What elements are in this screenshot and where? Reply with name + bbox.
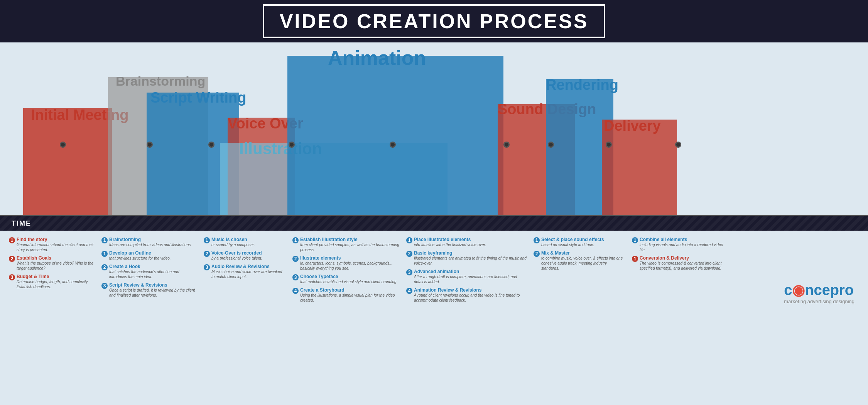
info-item: 1 Establish illustration style from clie… [292, 237, 400, 252]
info-text: Voice-Over is recorded by a professional… [211, 250, 262, 261]
info-num-i1: 1 [292, 237, 299, 243]
info-text: Illustrate elements ie. characters, icon… [300, 255, 400, 271]
info-col-brainstorm: 1 Brainstorming Ideas are compiled from … [98, 235, 201, 308]
timeline-hatch [0, 216, 868, 231]
dot-6 [503, 142, 510, 148]
info-item: 1 Music is chosen or scored by a compose… [204, 237, 286, 247]
info-num-a3: 3 [406, 269, 412, 275]
info-title: Combine all elements [640, 237, 730, 242]
info-desc: or scored by a composer. [211, 242, 255, 247]
label-animation: Animation [328, 46, 426, 69]
info-text: Choose Typeface that matches established… [300, 274, 397, 284]
page-title: VIDEO CREATION PROCESS [280, 10, 589, 32]
info-text: Brainstorming Ideas are compiled from vi… [109, 237, 192, 247]
info-title: Establish illustration style [300, 237, 400, 242]
header: VIDEO CREATION PROCESS [0, 0, 868, 42]
dot-2 [147, 142, 153, 148]
info-text: Place illustrated elements into timeline… [414, 237, 486, 247]
info-item: 3 Advanced animation After a rough draft… [406, 269, 527, 284]
dot-9 [675, 142, 681, 148]
timeline-bar: TIME [0, 216, 868, 231]
dot-7 [548, 142, 554, 148]
label-brainstorming: Brainstorming [116, 74, 205, 89]
info-item: 3 Choose Typeface that matches establish… [292, 274, 400, 284]
dot-4 [289, 142, 295, 148]
info-item: 2 Create a Hook that catches the audienc… [101, 264, 198, 279]
main-content: Initial Meeting Brainstorming Script Wri… [0, 42, 868, 405]
info-area: 1 Find the story General information abo… [0, 235, 868, 308]
info-num-b1: 1 [101, 237, 108, 243]
chart-area: Initial Meeting Brainstorming Script Wri… [0, 50, 868, 239]
info-title: Create a Hook [109, 264, 198, 269]
info-desc: ie. characters, icons, symbols, scenes, … [300, 261, 400, 271]
info-num-b2: 2 [101, 264, 108, 270]
info-title: Develop an Outline [109, 250, 171, 256]
info-num-d2: 1 [632, 256, 638, 262]
info-desc: Once a script is drafted, it is reviewed… [109, 288, 198, 298]
info-desc: to combine music, voice over, & effects … [541, 256, 626, 271]
info-text: Establish Goals What is the purpose of t… [17, 255, 95, 271]
info-title: Voice-Over is recorded [211, 250, 262, 256]
info-num-v1: 1 [204, 237, 210, 243]
info-text: Basic keyframing Illustrated elements ar… [414, 250, 527, 266]
info-num-1: 1 [9, 237, 15, 243]
info-item: 1 Select & place sound effects based on … [534, 237, 626, 247]
logo-area: c◉ncepro marketing advertising designing [733, 235, 862, 308]
info-title: Budget & Time [17, 274, 95, 279]
info-desc: that matches established visual style an… [300, 279, 397, 284]
info-text: Create a Storyboard Using the illustrati… [300, 287, 400, 303]
dot-5 [390, 142, 396, 148]
info-desc: General information about the client and… [17, 242, 95, 252]
logo-dot: ◉ [792, 282, 805, 298]
info-item: 1 Conversion & Delivery The video is com… [632, 255, 730, 271]
logo-sub: marketing advertising designing [784, 299, 854, 304]
info-num-i3: 3 [292, 274, 299, 280]
info-desc: Illustrated elements are animated to fit… [414, 256, 527, 266]
info-item: 1 Brainstorming Ideas are compiled from … [101, 237, 198, 247]
info-text: Select & place sound effects based on vi… [541, 237, 604, 247]
info-num-s1: 1 [534, 237, 540, 243]
info-desc: What is the purpose of the video? Who is… [17, 261, 95, 271]
info-item: 2 Illustrate elements ie. characters, ic… [292, 255, 400, 271]
info-desc: from client provided samples, as well as… [300, 242, 400, 252]
title-box: VIDEO CREATION PROCESS [263, 4, 606, 38]
info-title: Find the story [17, 237, 95, 242]
info-desc: including visuals and audio into a rende… [640, 242, 730, 252]
dot-1 [60, 142, 66, 148]
info-num-v3: 3 [204, 264, 210, 270]
label-rendering: Rendering [546, 77, 618, 93]
info-text: Establish illustration style from client… [300, 237, 400, 252]
info-text: Develop an Outline that provides structu… [109, 250, 171, 261]
info-col-voiceover: 1 Music is chosen or scored by a compose… [201, 235, 289, 308]
info-text: Animation Review & Revisions A round of … [414, 287, 527, 303]
info-text: Combine all elements including visuals a… [640, 237, 730, 252]
info-title: Mix & Master [541, 250, 626, 256]
info-desc: that catches the audience's attention an… [109, 269, 198, 279]
info-title: Music is chosen [211, 237, 255, 242]
info-col-delivery: 1 Combine all elements including visuals… [629, 235, 733, 308]
info-title: Create a Storyboard [300, 287, 400, 293]
info-text: Create a Hook that catches the audience'… [109, 264, 198, 279]
label-delivery: Delivery [604, 118, 661, 134]
info-num-a1: 1 [406, 237, 412, 243]
logo-text: c◉ncepro [784, 282, 854, 299]
info-title: Select & place sound effects [541, 237, 604, 242]
info-title: Basic keyframing [414, 250, 527, 256]
info-col-animation: 1 Place illustrated elements into timeli… [403, 235, 530, 308]
bar-animation [287, 56, 503, 216]
info-item: 4 Create a Storyboard Using the illustra… [292, 287, 400, 303]
info-title: Brainstorming [109, 237, 192, 242]
info-num-a4: 4 [406, 288, 412, 294]
info-desc: A round of client revisions occur, and t… [414, 293, 527, 303]
info-desc: into timeline withe the finalized voice-… [414, 242, 486, 247]
info-item: 1 Place illustrated elements into timeli… [406, 237, 527, 247]
info-desc: Using the illustrations, a simple visual… [300, 293, 400, 303]
info-title: Script Review & Revisions [109, 282, 198, 288]
info-num-2: 2 [9, 256, 15, 262]
info-num-b1b: 1 [101, 251, 108, 257]
info-text: Music is chosen or scored by a composer. [211, 237, 255, 247]
info-text: Script Review & Revisions Once a script … [109, 282, 198, 298]
info-title: Animation Review & Revisions [414, 287, 527, 293]
info-num-a2: 2 [406, 251, 412, 257]
info-title: Choose Typeface [300, 274, 397, 279]
